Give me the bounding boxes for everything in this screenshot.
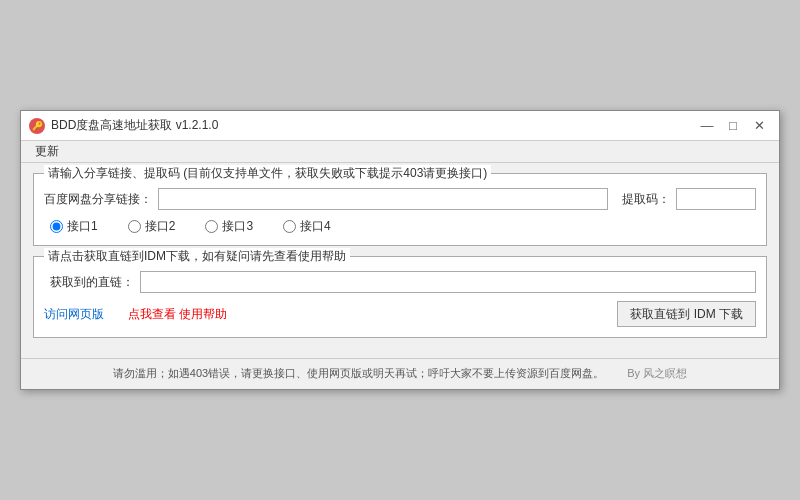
share-link-row: 百度网盘分享链接： 提取码：: [44, 188, 756, 210]
direct-link-row: 获取到的直链：: [44, 271, 756, 293]
maximize-button[interactable]: □: [721, 116, 745, 136]
main-window: 🔑 BDD度盘高速地址获取 v1.2.1.0 — □ ✕ 更新 请输入分享链接、…: [20, 110, 780, 390]
radio-interface1[interactable]: 接口1: [50, 218, 98, 235]
help-link[interactable]: 点我查看 使用帮助: [128, 306, 227, 323]
input-group: 请输入分享链接、提取码 (目前仅支持单文件，获取失败或下载提示403请更换接口)…: [33, 173, 767, 246]
share-link-input[interactable]: [158, 188, 608, 210]
radio4-label: 接口4: [300, 218, 331, 235]
interface-radio-group: 接口1 接口2 接口3 接口4: [44, 218, 756, 235]
result-group: 请点击获取直链到IDM下载，如有疑问请先查看使用帮助 获取到的直链： 访问网页版…: [33, 256, 767, 338]
menu-item-update[interactable]: 更新: [27, 141, 67, 162]
code-input[interactable]: [676, 188, 756, 210]
title-bar: 🔑 BDD度盘高速地址获取 v1.2.1.0 — □ ✕: [21, 111, 779, 141]
visit-web-link[interactable]: 访问网页版: [44, 306, 104, 323]
minimize-button[interactable]: —: [695, 116, 719, 136]
direct-link-label: 获取到的直链：: [44, 274, 134, 291]
close-button[interactable]: ✕: [747, 116, 771, 136]
input-group-label: 请输入分享链接、提取码 (目前仅支持单文件，获取失败或下载提示403请更换接口): [44, 165, 491, 182]
radio-interface3[interactable]: 接口3: [205, 218, 253, 235]
radio-interface4[interactable]: 接口4: [283, 218, 331, 235]
radio1-label: 接口1: [67, 218, 98, 235]
result-group-label: 请点击获取直链到IDM下载，如有疑问请先查看使用帮助: [44, 248, 350, 265]
direct-link-input[interactable]: [140, 271, 756, 293]
radio3-label: 接口3: [222, 218, 253, 235]
window-title: BDD度盘高速地址获取 v1.2.1.0: [51, 117, 695, 134]
menu-bar: 更新: [21, 141, 779, 163]
action-row: 访问网页版 点我查看 使用帮助 获取直链到 IDM 下载: [44, 301, 756, 327]
share-link-label: 百度网盘分享链接：: [44, 191, 152, 208]
content-area: 请输入分享链接、提取码 (目前仅支持单文件，获取失败或下载提示403请更换接口)…: [21, 163, 779, 358]
footer: 请勿滥用；如遇403错误，请更换接口、使用网页版或明天再试；呼吁大家不要上传资源…: [21, 358, 779, 389]
radio2-label: 接口2: [145, 218, 176, 235]
app-icon: 🔑: [29, 118, 45, 134]
window-controls: — □ ✕: [695, 116, 771, 136]
footer-notice: 请勿滥用；如遇403错误，请更换接口、使用网页版或明天再试；呼吁大家不要上传资源…: [113, 367, 604, 379]
get-direct-link-button[interactable]: 获取直链到 IDM 下载: [617, 301, 756, 327]
footer-author: By 风之瞑想: [627, 367, 687, 379]
code-label: 提取码：: [622, 191, 670, 208]
radio-interface2[interactable]: 接口2: [128, 218, 176, 235]
